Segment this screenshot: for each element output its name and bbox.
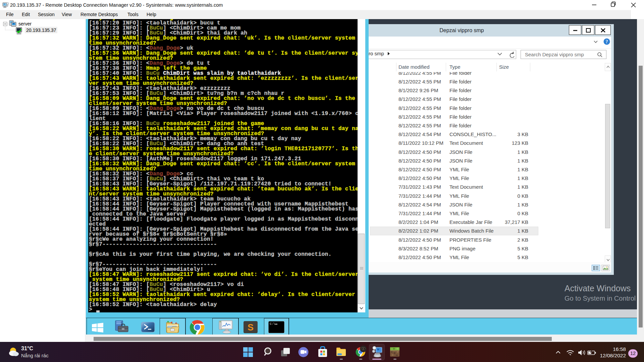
svg-text:S: S [248,322,254,333]
svg-text:C:\: C:\ [270,322,275,326]
